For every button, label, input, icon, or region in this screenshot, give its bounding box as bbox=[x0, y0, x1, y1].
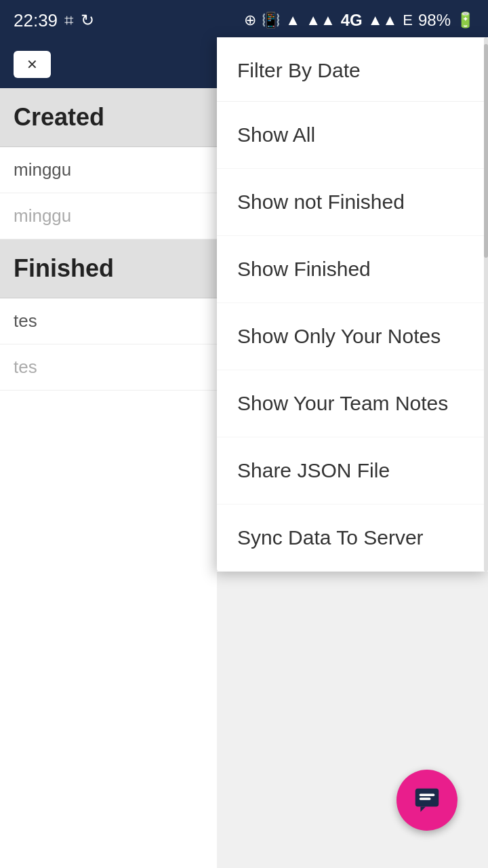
fab-new-note[interactable] bbox=[396, 770, 458, 831]
scrollbar bbox=[484, 37, 488, 572]
menu-item-show-not-finished[interactable]: Show not Finished bbox=[217, 169, 488, 236]
dropdown-menu: Filter By Date Show All Show not Finishe… bbox=[217, 37, 488, 572]
network-4g-label: 4G bbox=[341, 11, 363, 30]
network-e-label: E bbox=[403, 12, 413, 29]
app-header: ✕ bbox=[0, 41, 217, 88]
menu-item-show-only-your-notes[interactable]: Show Only Your Notes bbox=[217, 303, 488, 370]
menu-item-show-your-team-notes[interactable]: Show Your Team Notes bbox=[217, 370, 488, 437]
created-section-header: Created bbox=[0, 88, 217, 147]
svg-rect-0 bbox=[415, 789, 439, 807]
finished-section-header: Finished bbox=[0, 239, 217, 298]
wifi-icon: ▲ bbox=[285, 12, 300, 29]
time-display: 22:39 bbox=[14, 10, 58, 31]
status-bar-left: 22:39 ⌗ ↻ bbox=[14, 10, 94, 31]
battery-icon: 🔋 bbox=[456, 12, 474, 29]
menu-item-show-finished[interactable]: Show Finished bbox=[217, 236, 488, 303]
list-item[interactable]: tes bbox=[0, 344, 217, 391]
chat-notes-icon bbox=[411, 785, 443, 816]
status-bar: 22:39 ⌗ ↻ ⊕ 📳 ▲ ▲▲ 4G ▲▲ E 98% 🔋 bbox=[0, 0, 488, 41]
signal-icon: ▲▲ bbox=[306, 12, 336, 29]
status-bar-right: ⊕ 📳 ▲ ▲▲ 4G ▲▲ E 98% 🔋 bbox=[244, 11, 474, 30]
close-icon: ✕ bbox=[26, 56, 38, 73]
scrollbar-thumb bbox=[484, 44, 488, 258]
sync-icon: ↻ bbox=[81, 11, 94, 30]
menu-item-show-all[interactable]: Show All bbox=[217, 102, 488, 169]
cast-icon: ⊕ bbox=[244, 12, 256, 29]
list-item[interactable]: minggu bbox=[0, 147, 217, 193]
svg-marker-3 bbox=[420, 807, 426, 812]
dropdown-header: Filter By Date bbox=[217, 37, 488, 102]
list-item[interactable]: tes bbox=[0, 298, 217, 344]
vibrate-icon: 📳 bbox=[262, 12, 280, 29]
list-item[interactable]: minggu bbox=[0, 193, 217, 239]
menu-item-share-json[interactable]: Share JSON File bbox=[217, 437, 488, 505]
menu-item-sync-data[interactable]: Sync Data To Server bbox=[217, 505, 488, 572]
back-button[interactable]: ✕ bbox=[14, 51, 51, 78]
battery-percent: 98% bbox=[418, 11, 451, 30]
signal2-icon: ▲▲ bbox=[368, 12, 398, 29]
usb-icon: ⌗ bbox=[64, 11, 74, 30]
main-content: Created minggu minggu Finished tes tes bbox=[0, 88, 217, 868]
